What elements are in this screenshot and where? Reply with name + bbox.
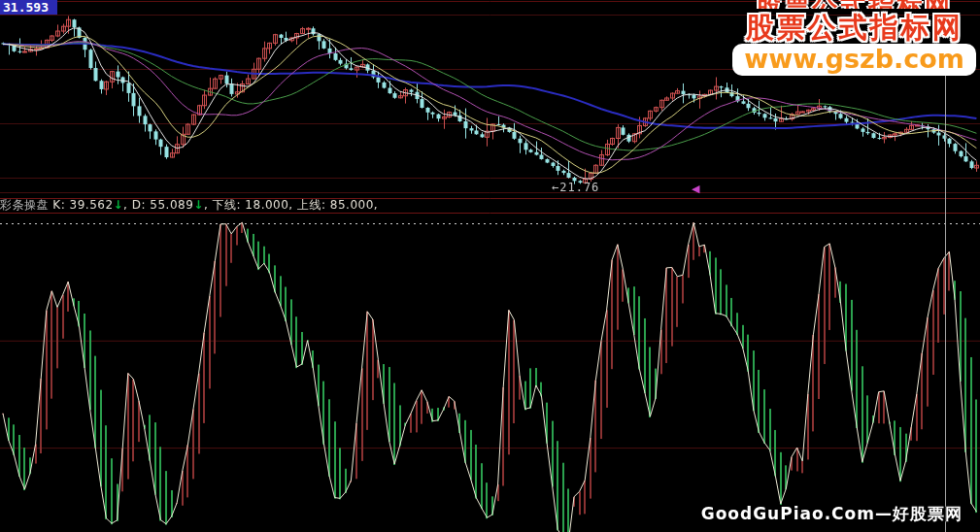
- price-and-indicator-chart-canvas[interactable]: [0, 0, 980, 532]
- marker-triangle-icon: ◀: [692, 183, 699, 194]
- price-badge: 31.593: [0, 0, 57, 15]
- d-down-arrow-icon: ↓: [193, 198, 204, 212]
- indicator-k-value: K: 39.562: [49, 198, 114, 212]
- watermark-clipped-text: 股票公式指标网: [756, 0, 953, 9]
- stock-app-chart-window: 31.593 股票公式指标网 股票公式指标网 www.gszb.com 彩条操盘…: [0, 0, 980, 532]
- watermark-gszb: 股票公式指标网 股票公式指标网 www.gszb.com: [732, 0, 976, 76]
- watermark-url: www.gszb.com: [732, 44, 976, 76]
- watermark-title: 股票公式指标网: [732, 9, 976, 48]
- indicator-band-values: , 下线: 18.000, 上线: 85.000,: [204, 198, 378, 212]
- indicator-d-value: , D: 55.089: [123, 198, 193, 212]
- indicator-label-bar: 彩条操盘 K: 39.562↓, D: 55.089↓, 下线: 18.000,…: [0, 198, 980, 213]
- watermark-goodgupiao: GoodGuPiao.Com—好股票网: [701, 503, 963, 525]
- watermark-clipped-row: 股票公式指标网: [732, 0, 976, 9]
- low-price-annotation: ←21.76: [552, 181, 599, 194]
- indicator-name: 彩条操盘: [0, 198, 49, 212]
- k-down-arrow-icon: ↓: [114, 198, 124, 212]
